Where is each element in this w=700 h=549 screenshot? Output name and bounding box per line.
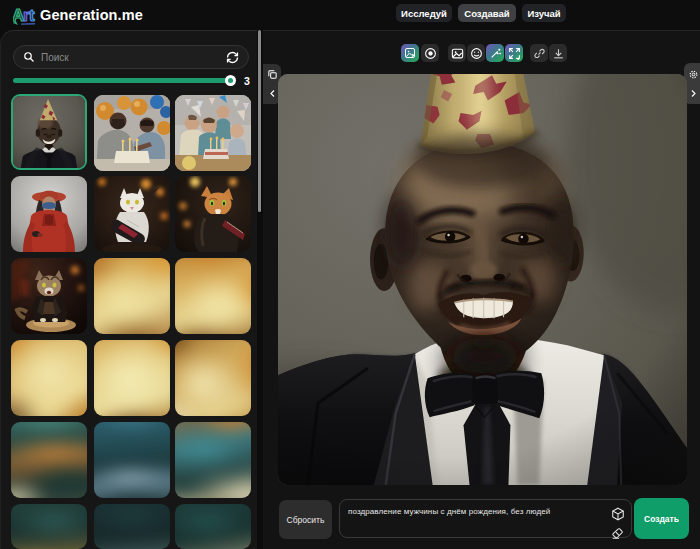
svg-text:t: t (29, 6, 35, 25)
